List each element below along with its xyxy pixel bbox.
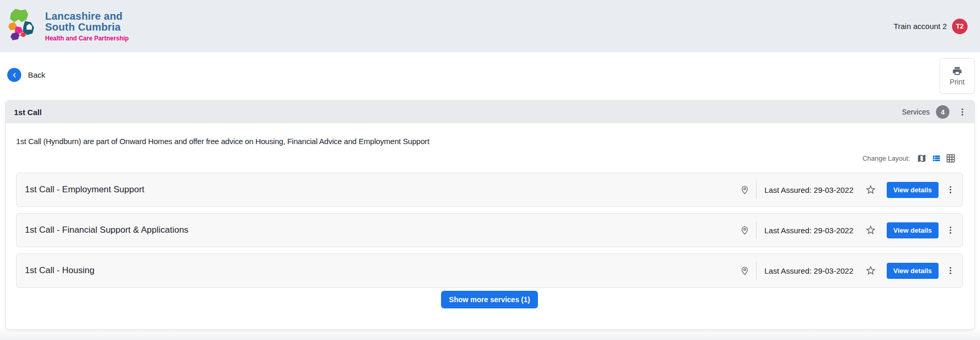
show-more-wrap: Show more services (1) — [16, 291, 963, 308]
chevron-left-icon — [7, 68, 21, 82]
org-logo: Lancashire and South Cumbria Health and … — [6, 8, 129, 45]
kebab-menu-icon — [946, 225, 955, 235]
grid-layout-button[interactable] — [946, 153, 956, 163]
service-row-actions: Last Assured: 29-03-2022 View details — [740, 181, 955, 199]
partnership-map-logo — [6, 8, 38, 45]
view-details-button[interactable]: View details — [887, 222, 939, 238]
last-assured-text: Last Assured: 29-03-2022 — [764, 226, 854, 235]
list-layout-button[interactable] — [931, 153, 941, 163]
kebab-menu-icon — [958, 107, 967, 117]
services-label: Services — [902, 108, 930, 116]
kebab-menu-icon — [946, 266, 955, 275]
account-avatar[interactable]: T2 — [952, 19, 968, 34]
service-kebab-menu-button[interactable] — [946, 266, 955, 275]
star-icon[interactable] — [865, 184, 876, 195]
last-assured-text: Last Assured: 29-03-2022 — [764, 266, 854, 275]
print-label: Print — [950, 78, 965, 86]
list-layout-icon — [931, 153, 941, 163]
services-count-badge: 4 — [936, 105, 949, 119]
change-layout-label: Change Layout: — [862, 154, 910, 162]
services-panel: 1st Call Services 4 1st Call (Hyndburn) … — [5, 100, 975, 330]
service-row: 1st Call - Housing Last Assured: 29-03-2… — [16, 253, 963, 288]
print-button[interactable]: Print — [940, 58, 975, 94]
service-name: 1st Call - Employment Support — [25, 185, 740, 195]
service-kebab-menu-button[interactable] — [946, 225, 955, 235]
panel-body: 1st Call (Hyndburn) are part of Onward H… — [6, 137, 974, 308]
view-details-button[interactable]: View details — [887, 182, 939, 198]
service-row: 1st Call - Financial Support & Applicati… — [16, 213, 963, 247]
org-logo-text: Lancashire and South Cumbria Health and … — [45, 11, 129, 42]
toolbar-row: Back Print — [0, 52, 980, 100]
account-area: Train account 2 T2 — [893, 19, 968, 34]
divider — [756, 181, 757, 199]
panel-header-right: Services 4 — [902, 105, 967, 119]
panel-title: 1st Call — [14, 108, 41, 117]
app-header: Lancashire and South Cumbria Health and … — [0, 0, 980, 52]
service-row-actions: Last Assured: 29-03-2022 View details — [740, 221, 955, 239]
change-layout-row: Change Layout: — [16, 153, 956, 163]
location-pin-icon[interactable] — [740, 185, 750, 195]
panel-kebab-menu-button[interactable] — [958, 107, 967, 117]
location-pin-icon[interactable] — [740, 225, 750, 235]
service-row: 1st Call - Employment Support Last Assur… — [16, 173, 963, 207]
logo-title-line2: South Cumbria — [45, 22, 129, 33]
back-label: Back — [28, 70, 45, 79]
show-more-services-button[interactable]: Show more services (1) — [441, 291, 537, 308]
grid-layout-icon — [946, 153, 956, 163]
last-assured-text: Last Assured: 29-03-2022 — [764, 186, 854, 194]
map-layout-button[interactable] — [917, 153, 927, 163]
service-name: 1st Call - Housing — [25, 265, 740, 276]
service-name: 1st Call - Financial Support & Applicati… — [25, 225, 740, 235]
location-pin-icon[interactable] — [740, 265, 750, 276]
divider — [756, 262, 757, 279]
logo-tagline: Health and Care Partnership — [45, 35, 129, 42]
logo-title-line1: Lancashire and — [45, 11, 129, 22]
back-button[interactable]: Back — [7, 68, 45, 82]
map-layout-icon — [917, 153, 927, 163]
star-icon[interactable] — [865, 224, 876, 236]
service-description: 1st Call (Hyndburn) are part of Onward H… — [16, 137, 963, 146]
account-name: Train account 2 — [893, 22, 947, 31]
view-details-button[interactable]: View details — [887, 263, 939, 279]
printer-icon — [952, 66, 962, 76]
service-row-actions: Last Assured: 29-03-2022 View details — [740, 262, 955, 279]
service-kebab-menu-button[interactable] — [946, 185, 955, 194]
star-icon[interactable] — [865, 265, 876, 276]
divider — [756, 221, 757, 239]
panel-header-bar: 1st Call Services 4 — [6, 101, 974, 123]
kebab-menu-icon — [946, 185, 955, 194]
